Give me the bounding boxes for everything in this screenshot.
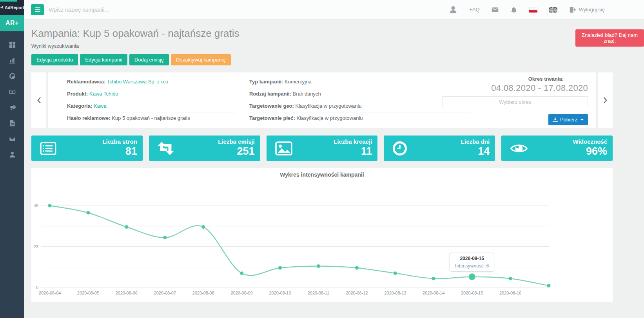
sidebar-item-documents[interactable] xyxy=(0,115,24,131)
svg-text:2020-08-11: 2020-08-11 xyxy=(308,291,329,295)
stats-row: Liczba stron 81 Liczba emisji 251 Liczba… xyxy=(31,136,613,161)
brand-name: AdReport xyxy=(5,5,24,10)
stat-card-emissions: Liczba emisji 251 xyxy=(149,136,260,161)
messages-button[interactable] xyxy=(492,6,499,13)
stat-value: 251 xyxy=(218,145,254,157)
duration-label: Okres trwania: xyxy=(442,76,588,82)
page-title: Kampania: Kup 5 opakowań - najtańsze gra… xyxy=(31,27,637,40)
svg-text:2020-08-15: 2020-08-15 xyxy=(461,291,483,295)
sidebar-item-web[interactable] xyxy=(0,68,24,84)
page-header: Kampania: Kup 5 opakowań - najtańsze gra… xyxy=(24,20,644,49)
edit-campaign-button[interactable]: Edycja kampanii xyxy=(80,54,127,65)
flag-english-gray-icon[interactable] xyxy=(549,7,557,13)
stat-label: Widoczność xyxy=(573,138,607,145)
repeat-icon xyxy=(158,142,174,155)
sidebar-item-reports[interactable] xyxy=(0,52,24,68)
bar-chart-icon xyxy=(9,57,16,64)
paper-plane-icon xyxy=(0,5,4,10)
sidebar-item-dashboard[interactable] xyxy=(0,37,24,52)
info-column-left: Reklamodawca: Tchibo Warszawa Sp. z o.o.… xyxy=(67,76,236,125)
clock-icon xyxy=(392,141,407,156)
breadcrumb: Wyniki wyszukiwania xyxy=(31,43,637,49)
envelope-icon xyxy=(9,136,16,142)
info-row-category: Kategoria: Kawa xyxy=(67,100,236,112)
svg-text:2020-08-04: 2020-08-04 xyxy=(39,291,61,295)
svg-text:2020-08-12: 2020-08-12 xyxy=(346,291,368,295)
user-icon xyxy=(448,5,458,14)
info-row-advertiser: Reklamodawca: Tchibo Warszawa Sp. z o.o. xyxy=(67,76,236,88)
envelope-icon xyxy=(492,6,499,13)
svg-text:2020-08-05: 2020-08-05 xyxy=(77,291,99,295)
info-column-right: Okres trwania: 04.08.2020 - 17.08.2020 P… xyxy=(442,76,588,125)
brand-short-badge[interactable]: AR+ xyxy=(0,15,24,31)
period-picker-input[interactable] xyxy=(442,96,588,107)
svg-text:2020-08-16: 2020-08-16 xyxy=(499,291,521,295)
sidebar-item-account[interactable] xyxy=(0,146,24,162)
advertiser-link[interactable]: Tchibo Warszawa Sp. z o.o. xyxy=(107,79,170,85)
menu-toggle-button[interactable] xyxy=(31,4,44,15)
sidebar-item-campaigns[interactable] xyxy=(0,99,24,115)
info-row-campaign-type: Typ kampanii: Komercyjna xyxy=(249,76,471,88)
svg-text:2020-08-07: 2020-08-07 xyxy=(154,291,176,295)
svg-text:0: 0 xyxy=(36,285,38,290)
sidebar-item-finance[interactable] xyxy=(0,84,24,99)
svg-text:46: 46 xyxy=(34,203,38,208)
logout-button[interactable]: Wyloguj się xyxy=(569,6,605,13)
add-emission-button[interactable]: Dodaj emisję xyxy=(129,54,169,65)
adreport-logo[interactable]: AdReport xyxy=(0,0,24,15)
stat-label: Liczba kreacji xyxy=(334,138,372,145)
report-bug-button[interactable]: Znalazłeś błąd? Daj nam znać. xyxy=(575,29,644,47)
info-column-middle: Typ kampanii: Komercyjna Rodzaj kampanii… xyxy=(249,76,471,125)
chevron-left-icon xyxy=(37,97,41,104)
loading-progress-bar xyxy=(0,0,17,2)
svg-text:2020-08-08: 2020-08-08 xyxy=(192,291,214,295)
campaign-info-card: Reklamodawca: Tchibo Warszawa Sp. z o.o.… xyxy=(48,72,596,128)
stat-card-days: Liczba dni 14 xyxy=(384,136,495,161)
top-navbar: FAQ Wyloguj się xyxy=(24,0,644,20)
svg-text:2020-08-09: 2020-08-09 xyxy=(230,291,252,295)
stat-value: 14 xyxy=(461,145,490,157)
chart-title: Wykres intensywności kampanii xyxy=(31,168,613,181)
sign-out-icon xyxy=(569,6,576,13)
stat-card-creatives: Liczba kreacji 11 xyxy=(267,136,378,161)
edit-product-button[interactable]: Edycja produktu xyxy=(31,54,78,65)
svg-text:23: 23 xyxy=(34,244,38,249)
stat-label: Liczba dni xyxy=(461,138,490,145)
hamburger-icon xyxy=(35,7,40,8)
deactivate-campaign-button[interactable]: Dezaktywuj kampanię xyxy=(171,54,230,65)
money-icon xyxy=(9,89,16,95)
search-input[interactable] xyxy=(49,0,213,19)
sidebar-menu xyxy=(0,31,24,162)
action-buttons-row: Edycja produktu Edycja kampanii Dodaj em… xyxy=(31,54,644,65)
category-link[interactable]: Kawa xyxy=(94,103,107,109)
intensity-chart-card: Wykres intensywności kampanii 023462020-… xyxy=(31,168,613,302)
user-menu[interactable] xyxy=(448,5,458,14)
intensity-line-chart: 023462020-08-042020-08-052020-08-062020-… xyxy=(31,184,613,301)
caret-down-icon xyxy=(581,119,584,121)
user-icon xyxy=(9,151,16,158)
chart-plot-area[interactable]: 023462020-08-042020-08-052020-08-062020-… xyxy=(31,181,613,302)
next-campaign-button[interactable] xyxy=(598,72,613,128)
navbar-right: FAQ Wyloguj się xyxy=(448,0,605,19)
faq-link[interactable]: FAQ xyxy=(470,7,480,13)
list-icon xyxy=(40,142,56,155)
info-row-geo-targeting: Targetowanie geo: Klasyfikacja w przygot… xyxy=(249,100,471,112)
svg-text:2020-08-13: 2020-08-13 xyxy=(384,291,406,295)
duration-value: 04.08.2020 - 17.08.2020 xyxy=(442,83,588,93)
download-icon xyxy=(553,117,558,122)
download-button[interactable]: Pobierz xyxy=(548,114,588,125)
stat-value: 11 xyxy=(334,145,372,157)
chevron-right-icon xyxy=(603,97,608,104)
logout-label: Wyloguj się xyxy=(579,7,605,13)
megaphone-icon xyxy=(9,104,16,111)
bell-icon xyxy=(510,6,517,13)
stat-label: Liczba emisji xyxy=(218,138,254,145)
sidebar-item-messages[interactable] xyxy=(0,131,24,146)
prev-campaign-button[interactable] xyxy=(31,72,46,128)
campaign-info-section: Reklamodawca: Tchibo Warszawa Sp. z o.o.… xyxy=(31,72,613,128)
stat-label: Liczba stron xyxy=(102,138,137,145)
product-link[interactable]: Kawa Tchibo xyxy=(89,91,118,97)
flag-poland-icon[interactable] xyxy=(529,7,537,13)
notifications-button[interactable] xyxy=(510,6,517,13)
info-row-slogan: Hasło reklamowe: Kup 5 opakowań - najtań… xyxy=(67,112,236,125)
